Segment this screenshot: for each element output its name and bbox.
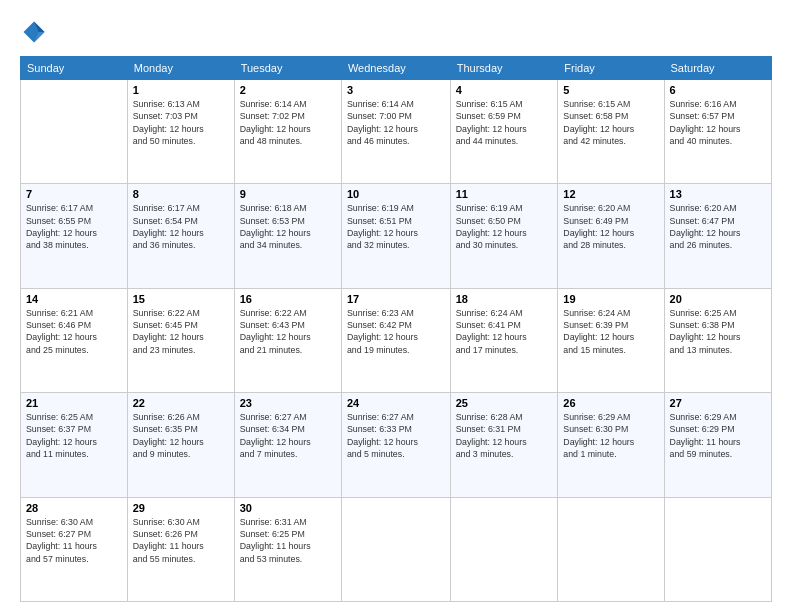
day-info: Sunrise: 6:22 AMSunset: 6:43 PMDaylight:… [240, 307, 336, 356]
calendar-cell: 22Sunrise: 6:26 AMSunset: 6:35 PMDayligh… [127, 393, 234, 497]
day-number: 5 [563, 84, 658, 96]
calendar-cell [558, 497, 664, 601]
calendar-header-thursday: Thursday [450, 57, 558, 80]
day-number: 9 [240, 188, 336, 200]
day-number: 21 [26, 397, 122, 409]
calendar-cell: 5Sunrise: 6:15 AMSunset: 6:58 PMDaylight… [558, 80, 664, 184]
day-number: 4 [456, 84, 553, 96]
day-info: Sunrise: 6:14 AMSunset: 7:02 PMDaylight:… [240, 98, 336, 147]
day-info: Sunrise: 6:24 AMSunset: 6:41 PMDaylight:… [456, 307, 553, 356]
day-info: Sunrise: 6:14 AMSunset: 7:00 PMDaylight:… [347, 98, 445, 147]
calendar-cell: 27Sunrise: 6:29 AMSunset: 6:29 PMDayligh… [664, 393, 771, 497]
day-number: 29 [133, 502, 229, 514]
calendar-cell: 17Sunrise: 6:23 AMSunset: 6:42 PMDayligh… [341, 288, 450, 392]
day-info: Sunrise: 6:25 AMSunset: 6:38 PMDaylight:… [670, 307, 766, 356]
calendar-cell: 12Sunrise: 6:20 AMSunset: 6:49 PMDayligh… [558, 184, 664, 288]
day-number: 6 [670, 84, 766, 96]
page: SundayMondayTuesdayWednesdayThursdayFrid… [0, 0, 792, 612]
calendar-cell: 18Sunrise: 6:24 AMSunset: 6:41 PMDayligh… [450, 288, 558, 392]
day-number: 10 [347, 188, 445, 200]
day-info: Sunrise: 6:18 AMSunset: 6:53 PMDaylight:… [240, 202, 336, 251]
day-number: 15 [133, 293, 229, 305]
day-info: Sunrise: 6:24 AMSunset: 6:39 PMDaylight:… [563, 307, 658, 356]
day-number: 7 [26, 188, 122, 200]
calendar-cell: 28Sunrise: 6:30 AMSunset: 6:27 PMDayligh… [21, 497, 128, 601]
day-number: 14 [26, 293, 122, 305]
day-info: Sunrise: 6:16 AMSunset: 6:57 PMDaylight:… [670, 98, 766, 147]
day-info: Sunrise: 6:30 AMSunset: 6:26 PMDaylight:… [133, 516, 229, 565]
calendar-cell [450, 497, 558, 601]
day-info: Sunrise: 6:20 AMSunset: 6:49 PMDaylight:… [563, 202, 658, 251]
day-number: 27 [670, 397, 766, 409]
calendar-cell: 29Sunrise: 6:30 AMSunset: 6:26 PMDayligh… [127, 497, 234, 601]
calendar-cell: 8Sunrise: 6:17 AMSunset: 6:54 PMDaylight… [127, 184, 234, 288]
calendar-header-monday: Monday [127, 57, 234, 80]
day-info: Sunrise: 6:15 AMSunset: 6:59 PMDaylight:… [456, 98, 553, 147]
day-info: Sunrise: 6:31 AMSunset: 6:25 PMDaylight:… [240, 516, 336, 565]
calendar-header-tuesday: Tuesday [234, 57, 341, 80]
day-number: 16 [240, 293, 336, 305]
day-info: Sunrise: 6:20 AMSunset: 6:47 PMDaylight:… [670, 202, 766, 251]
calendar-header-sunday: Sunday [21, 57, 128, 80]
calendar-cell: 19Sunrise: 6:24 AMSunset: 6:39 PMDayligh… [558, 288, 664, 392]
calendar-week-2: 7Sunrise: 6:17 AMSunset: 6:55 PMDaylight… [21, 184, 772, 288]
calendar-cell: 2Sunrise: 6:14 AMSunset: 7:02 PMDaylight… [234, 80, 341, 184]
day-info: Sunrise: 6:29 AMSunset: 6:29 PMDaylight:… [670, 411, 766, 460]
day-number: 26 [563, 397, 658, 409]
calendar-header-wednesday: Wednesday [341, 57, 450, 80]
calendar-table: SundayMondayTuesdayWednesdayThursdayFrid… [20, 56, 772, 602]
calendar-cell: 1Sunrise: 6:13 AMSunset: 7:03 PMDaylight… [127, 80, 234, 184]
day-number: 18 [456, 293, 553, 305]
calendar-cell: 14Sunrise: 6:21 AMSunset: 6:46 PMDayligh… [21, 288, 128, 392]
calendar-week-1: 1Sunrise: 6:13 AMSunset: 7:03 PMDaylight… [21, 80, 772, 184]
logo [20, 18, 52, 46]
day-info: Sunrise: 6:28 AMSunset: 6:31 PMDaylight:… [456, 411, 553, 460]
day-number: 22 [133, 397, 229, 409]
calendar-cell: 24Sunrise: 6:27 AMSunset: 6:33 PMDayligh… [341, 393, 450, 497]
calendar-header-friday: Friday [558, 57, 664, 80]
calendar-week-4: 21Sunrise: 6:25 AMSunset: 6:37 PMDayligh… [21, 393, 772, 497]
day-info: Sunrise: 6:26 AMSunset: 6:35 PMDaylight:… [133, 411, 229, 460]
day-number: 19 [563, 293, 658, 305]
calendar-cell: 10Sunrise: 6:19 AMSunset: 6:51 PMDayligh… [341, 184, 450, 288]
day-number: 1 [133, 84, 229, 96]
day-number: 11 [456, 188, 553, 200]
day-number: 30 [240, 502, 336, 514]
day-number: 25 [456, 397, 553, 409]
calendar-cell: 16Sunrise: 6:22 AMSunset: 6:43 PMDayligh… [234, 288, 341, 392]
calendar-cell: 20Sunrise: 6:25 AMSunset: 6:38 PMDayligh… [664, 288, 771, 392]
day-info: Sunrise: 6:27 AMSunset: 6:33 PMDaylight:… [347, 411, 445, 460]
day-info: Sunrise: 6:19 AMSunset: 6:50 PMDaylight:… [456, 202, 553, 251]
calendar-cell: 13Sunrise: 6:20 AMSunset: 6:47 PMDayligh… [664, 184, 771, 288]
calendar-cell: 11Sunrise: 6:19 AMSunset: 6:50 PMDayligh… [450, 184, 558, 288]
day-number: 28 [26, 502, 122, 514]
day-info: Sunrise: 6:22 AMSunset: 6:45 PMDaylight:… [133, 307, 229, 356]
day-info: Sunrise: 6:21 AMSunset: 6:46 PMDaylight:… [26, 307, 122, 356]
calendar-cell: 7Sunrise: 6:17 AMSunset: 6:55 PMDaylight… [21, 184, 128, 288]
calendar-cell: 26Sunrise: 6:29 AMSunset: 6:30 PMDayligh… [558, 393, 664, 497]
calendar-cell [341, 497, 450, 601]
calendar-cell: 30Sunrise: 6:31 AMSunset: 6:25 PMDayligh… [234, 497, 341, 601]
day-info: Sunrise: 6:13 AMSunset: 7:03 PMDaylight:… [133, 98, 229, 147]
day-number: 3 [347, 84, 445, 96]
calendar-cell [664, 497, 771, 601]
day-number: 8 [133, 188, 229, 200]
day-info: Sunrise: 6:29 AMSunset: 6:30 PMDaylight:… [563, 411, 658, 460]
calendar-cell [21, 80, 128, 184]
day-number: 2 [240, 84, 336, 96]
calendar-week-3: 14Sunrise: 6:21 AMSunset: 6:46 PMDayligh… [21, 288, 772, 392]
logo-icon [20, 18, 48, 46]
day-info: Sunrise: 6:19 AMSunset: 6:51 PMDaylight:… [347, 202, 445, 251]
day-info: Sunrise: 6:30 AMSunset: 6:27 PMDaylight:… [26, 516, 122, 565]
header [20, 18, 772, 46]
calendar-cell: 6Sunrise: 6:16 AMSunset: 6:57 PMDaylight… [664, 80, 771, 184]
calendar-week-5: 28Sunrise: 6:30 AMSunset: 6:27 PMDayligh… [21, 497, 772, 601]
calendar-cell: 21Sunrise: 6:25 AMSunset: 6:37 PMDayligh… [21, 393, 128, 497]
calendar-header-saturday: Saturday [664, 57, 771, 80]
day-number: 24 [347, 397, 445, 409]
day-number: 20 [670, 293, 766, 305]
day-info: Sunrise: 6:15 AMSunset: 6:58 PMDaylight:… [563, 98, 658, 147]
calendar-cell: 23Sunrise: 6:27 AMSunset: 6:34 PMDayligh… [234, 393, 341, 497]
calendar-cell: 25Sunrise: 6:28 AMSunset: 6:31 PMDayligh… [450, 393, 558, 497]
calendar-cell: 15Sunrise: 6:22 AMSunset: 6:45 PMDayligh… [127, 288, 234, 392]
